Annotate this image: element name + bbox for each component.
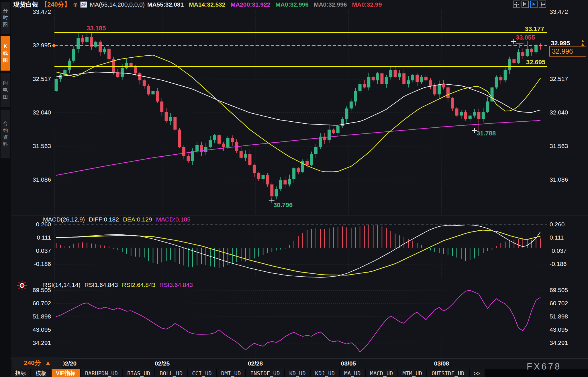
y-axis-label-left: 34.291 xyxy=(13,339,51,346)
price-up-arrows-icon: ▲▲ xyxy=(581,39,585,46)
ma-value-5: MA0:32.996 xyxy=(314,1,347,8)
play-axis-icon[interactable] xyxy=(530,1,538,8)
swing-low-label: 30.796 xyxy=(273,201,293,209)
y-axis-label-right: -0.186 xyxy=(550,261,588,267)
pan-crosshair-icon[interactable] xyxy=(513,1,520,8)
period-label: 240分 xyxy=(24,359,41,367)
y-axis-label-right: 0.260 xyxy=(550,221,588,228)
sidebar-item-char: 图 xyxy=(3,94,8,100)
y-axis-label-left: 51.898 xyxy=(13,313,51,320)
indicator-tab-8[interactable]: DMI_UD xyxy=(217,369,245,377)
indicator-tab-5[interactable]: BIAS_UD xyxy=(123,369,154,377)
indicator-tab-10[interactable]: KD_UD xyxy=(285,369,310,377)
sidebar-item-char: 料 xyxy=(3,141,8,148)
sidebar-item-char: 分 xyxy=(3,7,8,14)
y-axis-label-right: 0.111 xyxy=(550,234,588,241)
ma-value-1: MA55:32.081 xyxy=(147,1,184,8)
scale-horizontal-icon[interactable] xyxy=(522,1,529,8)
sidebar-item-3[interactable]: 闪电图 xyxy=(1,73,10,107)
sidebar-item-char: 约 xyxy=(3,127,8,134)
date-label: 03/08 xyxy=(426,360,457,367)
panel-divider xyxy=(11,280,588,280)
y-axis-label-right: 31.563 xyxy=(550,143,588,149)
y-axis-label-left: 0.260 xyxy=(13,221,51,228)
rsi-header: RSI(14,14,14) RSI1:64.843 RSI2:64.843 RS… xyxy=(43,281,193,288)
current-price-box: 32.996 xyxy=(549,46,586,57)
indicator-tab-7[interactable]: CCI_UD xyxy=(188,369,216,377)
period-selector[interactable]: 240分 ▲ xyxy=(12,357,63,369)
macd-header: MACD(26,12,9) DIFF:0.182 DEA:0.129 MACD:… xyxy=(43,216,191,223)
sidebar-item-char: 合 xyxy=(3,120,8,127)
panel-divider xyxy=(11,215,588,215)
macd-diff-value: DIFF:0.182 xyxy=(89,216,119,223)
y-axis-label-left: 60.702 xyxy=(13,300,51,307)
indicator-tab-12[interactable]: MA_UD xyxy=(340,369,365,377)
y-axis-label-left: 31.086 xyxy=(13,176,51,183)
indicator-tab-4[interactable]: BARUPDN_UD xyxy=(81,369,122,377)
watermark: FX678 xyxy=(527,362,561,372)
ma-value-4: MA0:32.996 xyxy=(275,1,309,8)
macd-macd-value: MACD:0.105 xyxy=(156,216,191,223)
indicator-tab-6[interactable]: BOLL_UD xyxy=(155,369,187,377)
indicator-tab-9[interactable]: INSIDE_UD xyxy=(246,369,284,377)
x-axis-dates: 02/2002/2502/2803/0503/08 xyxy=(11,359,588,369)
date-label: 03/05 xyxy=(333,360,364,367)
rsi2-value: RSI2:64.843 xyxy=(122,281,156,288)
y-axis-label-right: 33.472 xyxy=(550,8,588,15)
trading-app-window: 分时图K线图闪电图合约资料 现货白银 【240分】 ⊕ MA(55,14,200… xyxy=(0,0,588,377)
pullback-low-label: 31.788 xyxy=(477,130,496,137)
support-price-label: 32.695 xyxy=(526,59,545,66)
add-indicator-icon[interactable]: ⊕ xyxy=(73,1,78,8)
macd-dea-value: DEA:0.129 xyxy=(123,216,152,223)
ma-value-2: MA14:32.532 xyxy=(189,1,225,8)
indicator-tab-13[interactable]: MACD_UD xyxy=(366,369,397,377)
rsi3-value: RSI3:64.843 xyxy=(159,281,193,288)
y-axis-label-right: 51.898 xyxy=(550,313,588,320)
sidebar-item-2[interactable]: K线图 xyxy=(1,36,10,71)
y-axis-label-left: -0.037 xyxy=(13,247,51,254)
date-label: 02/28 xyxy=(240,360,271,367)
sidebar-item-char: 资 xyxy=(3,134,8,141)
rsi1-value: RSI1:64.843 xyxy=(85,281,118,288)
y-axis-label-right: 34.291 xyxy=(550,339,588,346)
y-axis-label-right: 43.095 xyxy=(550,326,588,333)
y-axis-label-right: -0.037 xyxy=(550,247,588,254)
y-axis-label-left: 31.563 xyxy=(13,143,51,149)
sidebar-item-4[interactable]: 合约资料 xyxy=(1,110,10,158)
swing-high-label: 33.055 xyxy=(516,34,535,41)
sidebar-item-char: 线 xyxy=(3,50,8,57)
period-tag[interactable]: 【240分】 xyxy=(41,0,70,9)
sidebar-item-char: K xyxy=(4,43,7,50)
indicator-tab-15[interactable]: OUTSIDE_UD xyxy=(427,369,469,377)
chart-header: 现货白银 【240分】 ⊕ MA(55,14,200,0,0,0) MA55:3… xyxy=(13,1,382,8)
chart-type-sidebar: 分时图K线图闪电图合约资料 xyxy=(0,0,11,377)
y-axis-label-left: 69.505 xyxy=(13,287,51,294)
ma-value-6: MA0:32.99 xyxy=(352,1,382,8)
indicator-tab-1[interactable]: 指标 xyxy=(11,369,30,377)
indicator-tab-3[interactable]: VIP指标 xyxy=(52,369,80,377)
ma-settings: MA(55,14,200,0,0,0) xyxy=(90,1,144,8)
y-axis-label-left: 32.040 xyxy=(13,109,51,116)
ma-values: MA55:32.081MA14:32.532MA200:31.922MA0:32… xyxy=(147,1,382,8)
resistance-price-label-left: 33.185 xyxy=(87,25,106,32)
shift-axis-icon[interactable] xyxy=(539,1,546,8)
view-icon-group xyxy=(513,1,546,8)
more-tabs-button[interactable]: >> xyxy=(470,369,485,377)
sidebar-item-char: 电 xyxy=(3,87,8,94)
indicator-tab-11[interactable]: KDJ_UD xyxy=(311,369,339,377)
ma-value-3: MA200:31.922 xyxy=(230,1,270,8)
y-axis-label-left: 0.111 xyxy=(13,234,51,241)
instrument-title: 现货白银 xyxy=(13,0,38,9)
chart-canvas[interactable] xyxy=(0,0,588,377)
sidebar-item-char: 闪 xyxy=(3,80,8,87)
sidebar-item-1[interactable]: 分时图 xyxy=(1,2,10,34)
y-axis-label-left: 32.995 xyxy=(13,42,51,49)
sidebar-item-char: 图 xyxy=(3,57,8,64)
resistance-price-label-right: 33.177 xyxy=(525,25,544,33)
y-axis-label-left: 33.472 xyxy=(13,8,51,15)
sidebar-item-char: 图 xyxy=(3,21,8,28)
line-chart-icon xyxy=(80,1,87,8)
indicator-tab-14[interactable]: MTM_UD xyxy=(398,369,427,377)
indicator-tab-2[interactable]: 模板 xyxy=(31,369,51,377)
sidebar-item-char: 时 xyxy=(3,14,8,21)
